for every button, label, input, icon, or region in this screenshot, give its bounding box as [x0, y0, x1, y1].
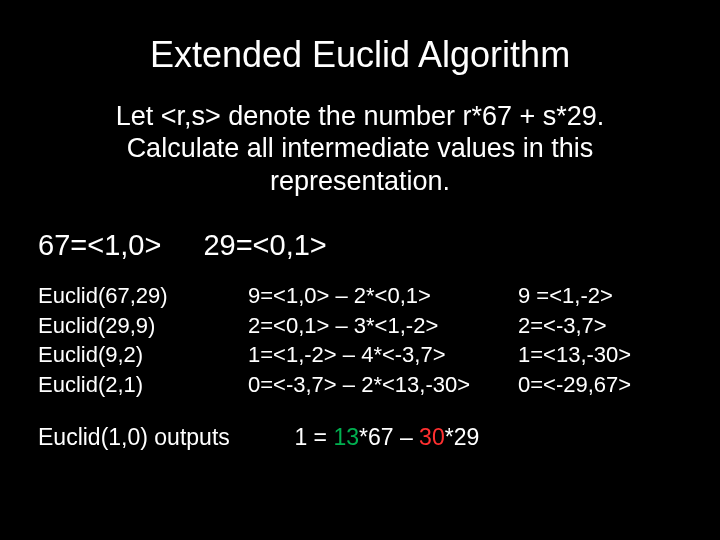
computation-table: Euclid(67,29) 9=<1,0> – 2*<0,1> 9 =<1,-2… [0, 282, 720, 398]
call-cell: Euclid(9,2) [38, 341, 248, 369]
result-cell: 0=<-29,67> [518, 371, 698, 399]
slide: Extended Euclid Algorithm Let <r,s> deno… [0, 0, 720, 540]
basis-b: 29=<0,1> [203, 229, 326, 261]
basis-line: 67=<1,0>29=<0,1> [0, 223, 720, 282]
coef-b: 30 [419, 424, 445, 450]
final-lhs: Euclid(1,0) outputs [38, 424, 288, 451]
call-cell: Euclid(2,1) [38, 371, 248, 399]
intro-line-2: Calculate all intermediate values in thi… [127, 133, 594, 163]
call-cell: Euclid(29,9) [38, 312, 248, 340]
intro-line-3: representation. [270, 166, 450, 196]
coef-a: 13 [333, 424, 359, 450]
final-mid2: *29 [445, 424, 480, 450]
final-equation: 1 = 13*67 – 30*29 [294, 424, 479, 450]
intro-text: Let <r,s> denote the number r*67 + s*29.… [0, 100, 720, 223]
result-cell: 1=<13,-30> [518, 341, 698, 369]
final-output: Euclid(1,0) outputs 1 = 13*67 – 30*29 [0, 398, 720, 451]
work-cell: 9=<1,0> – 2*<0,1> [248, 282, 518, 310]
result-cell: 9 =<1,-2> [518, 282, 698, 310]
final-mid1: *67 – [359, 424, 419, 450]
intro-line-1: Let <r,s> denote the number r*67 + s*29. [116, 101, 605, 131]
basis-a: 67=<1,0> [38, 229, 161, 261]
call-cell: Euclid(67,29) [38, 282, 248, 310]
final-eq-pre: 1 = [294, 424, 333, 450]
slide-title: Extended Euclid Algorithm [0, 0, 720, 100]
work-cell: 1=<1,-2> – 4*<-3,7> [248, 341, 518, 369]
work-cell: 2=<0,1> – 3*<1,-2> [248, 312, 518, 340]
result-cell: 2=<-3,7> [518, 312, 698, 340]
work-cell: 0=<-3,7> – 2*<13,-30> [248, 371, 518, 399]
